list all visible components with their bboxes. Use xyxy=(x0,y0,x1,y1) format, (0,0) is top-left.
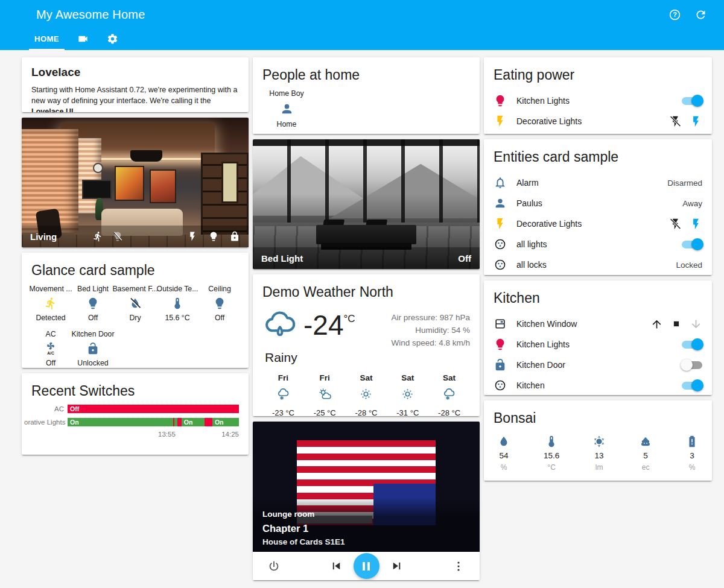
camera-card-living[interactable]: Living xyxy=(22,118,249,247)
history-graph-card: Recent Switches AC Off orative Lights On xyxy=(22,373,249,455)
tab-cameras[interactable] xyxy=(72,29,94,50)
history-segment xyxy=(205,418,212,426)
media-artwork: Lounge room Chapter 1 House of Cards S1E… xyxy=(253,422,480,552)
history-row-label: orative Lights xyxy=(24,419,68,426)
entity-state: Away xyxy=(682,199,702,208)
weather-card: Demo Weather North -24 °C Air pressure: … xyxy=(253,274,480,416)
tab-home[interactable]: HOME xyxy=(29,29,65,50)
group-icon xyxy=(494,258,507,271)
flash-icon[interactable] xyxy=(187,231,198,242)
media-player-card: Lounge room Chapter 1 House of Cards S1E… xyxy=(253,422,480,580)
glance-item-basement[interactable]: Basement F... Dry xyxy=(114,285,156,322)
window-icon xyxy=(494,317,507,330)
lightbulb-icon xyxy=(86,297,100,310)
entity-row-kitchen-group[interactable]: Kitchen xyxy=(494,375,702,395)
entities-card-eating-power: Eating power Kitchen Lights Decorative L… xyxy=(484,57,712,134)
entity-row-alarm[interactable]: Alarm Disarmed xyxy=(494,172,702,193)
glance-item-movement[interactable]: Movement ... Detected xyxy=(30,285,72,322)
card-title: Lovelace xyxy=(31,66,239,79)
entity-row-kitchen-window[interactable]: Kitchen Window xyxy=(494,314,702,334)
thermometer-icon xyxy=(171,297,184,310)
tab-settings[interactable] xyxy=(101,29,124,50)
toggle-all-lights[interactable] xyxy=(682,240,702,249)
water-drop-icon xyxy=(497,435,510,448)
entity-row-kitchen-door[interactable]: Kitchen Door xyxy=(494,355,702,375)
toggle-kitchen-door[interactable] xyxy=(682,361,702,370)
entity-state: Disarmed xyxy=(667,179,702,188)
lock-open-icon xyxy=(86,342,100,355)
weather-partly-cloudy-icon xyxy=(318,387,332,401)
history-segment: On xyxy=(182,418,205,426)
card-title: Bonsai xyxy=(484,400,712,431)
forecast-day: Sat -31 °C -31 °C 0.1 mm xyxy=(387,373,428,416)
air-conditioner-icon xyxy=(44,342,57,355)
glance-item-ceiling[interactable]: Ceiling Off xyxy=(198,285,241,322)
entity-state: Off xyxy=(458,253,471,264)
lock-icon[interactable] xyxy=(229,231,240,242)
media-player-name: Lounge room xyxy=(262,510,470,519)
weather-snowy-icon xyxy=(276,387,290,401)
media-subtitle: House of Cards S1E1 xyxy=(262,537,470,546)
skip-next-icon[interactable] xyxy=(390,559,404,573)
view-tabs: HOME xyxy=(0,29,724,50)
entity-row-all-locks[interactable]: all locks Locked xyxy=(494,254,702,275)
entity-row-decorative-lights[interactable]: Decorative Lights xyxy=(494,111,702,131)
cover-open-button[interactable] xyxy=(650,318,663,330)
group-icon xyxy=(494,379,507,392)
sensor-brightness[interactable]: 13 lm xyxy=(592,435,606,472)
pause-button[interactable] xyxy=(354,553,379,579)
glance-item-kitchen-door[interactable]: Kitchen Door Unlocked xyxy=(72,330,114,367)
power-icon[interactable] xyxy=(267,560,281,573)
brightness-sun-icon xyxy=(592,435,606,448)
lightbulb-icon xyxy=(213,297,226,310)
camera-name: Bed Light xyxy=(261,253,303,264)
overflow-menu-icon[interactable] xyxy=(452,560,465,573)
forecast-day: Sat -28 °C -30 °C 0 mm xyxy=(346,373,387,416)
person-badge[interactable]: Home Boy Home xyxy=(267,89,306,128)
refresh-icon[interactable] xyxy=(694,8,707,21)
help-icon[interactable] xyxy=(668,8,681,21)
entity-row-kitchen-lights[interactable]: Kitchen Lights xyxy=(494,90,702,111)
cover-stop-button[interactable] xyxy=(671,318,682,329)
weather-sunny-icon xyxy=(359,387,373,401)
card-title: Glance card sample xyxy=(22,253,249,283)
entity-row-all-lights[interactable]: all lights xyxy=(494,234,702,254)
history-segment xyxy=(177,418,182,426)
flash-off-button[interactable] xyxy=(669,115,682,128)
sensor-moisture[interactable]: 54 % xyxy=(497,435,510,472)
group-icon xyxy=(494,238,507,251)
toggle-kitchen-lights[interactable] xyxy=(682,96,702,106)
glance-item-outside-temp[interactable]: Outside Te... 15.6 °C xyxy=(156,285,198,322)
cover-close-button[interactable] xyxy=(690,318,702,330)
fertility-icon xyxy=(639,435,652,448)
weather-forecast: Fri -23 °C -26 °C 2 mm Fri -25 °C -26 °C… xyxy=(262,373,470,416)
lightbulb-icon xyxy=(494,94,507,107)
sensor-battery[interactable]: 3 % xyxy=(685,435,699,472)
entity-row-kitchen-lights[interactable]: Kitchen Lights xyxy=(494,334,702,355)
lightbulb-icon xyxy=(494,338,507,351)
skip-previous-icon[interactable] xyxy=(329,559,343,573)
glance-item-bed-light[interactable]: Bed Light Off xyxy=(72,285,114,322)
weather-attributes: Air pressure: 987 hPa Humidity: 54 % Win… xyxy=(391,311,470,349)
lightbulb-icon[interactable] xyxy=(208,231,219,242)
battery-alert-icon xyxy=(685,435,699,448)
toggle-kitchen-lights[interactable] xyxy=(682,340,702,349)
temperature-unit: °C xyxy=(343,313,355,341)
thermometer-icon xyxy=(545,435,558,448)
sensor-temperature[interactable]: 15.6 °C xyxy=(544,435,559,472)
markdown-card-lovelace: Lovelace Starting with Home Assistant 0.… xyxy=(22,57,249,112)
entity-row-decorative-lights[interactable]: Decorative Lights xyxy=(494,213,702,234)
flash-on-button[interactable] xyxy=(690,115,702,128)
glance-item-ac[interactable]: AC Off xyxy=(30,330,72,367)
light-off-icon xyxy=(112,231,123,242)
history-segment: On xyxy=(212,418,239,426)
water-off-icon xyxy=(129,297,142,310)
flash-off-button[interactable] xyxy=(669,218,682,230)
pause-icon xyxy=(359,559,373,574)
entity-row-paulus[interactable]: Paulus Away xyxy=(494,193,702,213)
toggle-kitchen[interactable] xyxy=(682,381,702,390)
sensor-conductivity[interactable]: 5 ec xyxy=(639,435,652,472)
forecast-day: Fri -25 °C -26 °C 1 mm xyxy=(304,373,346,416)
camera-card-bed-light[interactable]: Bed Light Off xyxy=(253,139,480,269)
flash-on-button[interactable] xyxy=(690,218,702,230)
